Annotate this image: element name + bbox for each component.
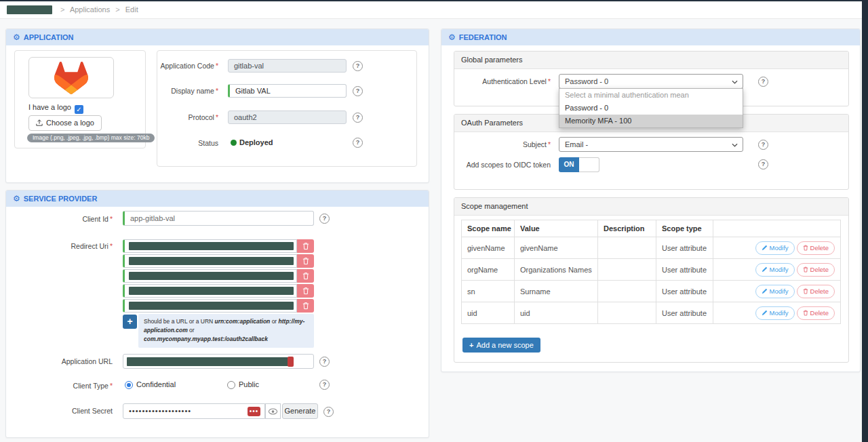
trash-icon	[803, 288, 808, 294]
redirect-uri-row	[123, 254, 319, 268]
client-secret-label: Client Secret	[20, 407, 113, 415]
choose-logo-label: Choose a logo	[46, 119, 94, 127]
help-icon[interactable]: ?	[319, 357, 330, 367]
help-icon[interactable]: ?	[353, 86, 363, 96]
help-icon[interactable]: ?	[353, 61, 363, 71]
dropdown-option-highlighted[interactable]: Memority MFA - 100	[559, 115, 743, 127]
table-header-row: Scope name Value Description Scope type	[462, 220, 841, 237]
delete-uri-button[interactable]	[297, 269, 314, 283]
client-id-label: Client Id*	[20, 215, 113, 223]
scope-management-title: Scope management	[454, 198, 848, 216]
modify-button[interactable]: Modify	[755, 263, 795, 277]
reveal-secret-button[interactable]	[265, 403, 281, 419]
add-redirect-uri-button[interactable]: +	[123, 315, 137, 329]
authentication-level-label: Authentication Level*	[461, 77, 551, 85]
generate-secret-button[interactable]: Generate	[282, 403, 318, 419]
gear-icon: ⚙	[448, 33, 456, 42]
gitlab-logo-icon	[47, 60, 96, 96]
modify-button[interactable]: Modify	[755, 306, 795, 320]
federation-panel: ⚙FEDERATION Global parameters Authentica…	[441, 28, 861, 372]
help-icon[interactable]: ?	[758, 77, 768, 87]
delete-button[interactable]: Delete	[797, 263, 835, 277]
table-row: orgName Organizations Names User attribu…	[462, 259, 841, 281]
authentication-level-select[interactable]: Password - 0	[559, 74, 743, 89]
help-icon[interactable]: ?	[758, 140, 768, 150]
scopes-table: Scope name Value Description Scope type …	[461, 220, 841, 324]
cell-description	[598, 281, 656, 302]
cell-actions: ModifyDelete	[713, 237, 841, 259]
choose-logo-button[interactable]: Choose a logo	[28, 115, 102, 131]
client-secret-input[interactable]: ••••••••••••••••••• •••	[123, 403, 265, 419]
have-logo-checkbox[interactable]: ✓	[75, 105, 83, 114]
help-icon[interactable]: ?	[319, 380, 330, 390]
modify-button[interactable]: Modify	[755, 285, 795, 298]
delete-uri-button[interactable]	[297, 299, 314, 313]
client-type-confidential-radio[interactable]	[125, 381, 133, 389]
scope-management-group: Scope management Scope name Value Descri…	[454, 197, 849, 363]
subject-label: Subject*	[461, 140, 551, 148]
gear-icon: ⚙	[13, 33, 20, 42]
help-icon[interactable]: ?	[353, 138, 363, 148]
global-parameters-title: Global parameters	[454, 52, 848, 69]
delete-uri-button[interactable]	[297, 254, 314, 268]
trash-icon	[302, 242, 309, 250]
add-scopes-toggle[interactable]: ON	[559, 157, 599, 172]
redirect-uri-input[interactable]	[123, 254, 297, 268]
client-type-confidential-label[interactable]: Confidential	[136, 380, 176, 388]
redirect-uri-label: Redirect Uri*	[20, 242, 113, 250]
delete-uri-button[interactable]	[297, 284, 314, 298]
help-icon[interactable]: ?	[758, 159, 768, 169]
status-value: Deployed	[239, 138, 273, 146]
col-actions	[713, 220, 841, 237]
redirect-uri-row	[123, 299, 319, 313]
redirect-uri-input[interactable]	[123, 299, 297, 313]
redirect-uri-row	[123, 239, 319, 253]
client-type-label: Client Type*	[20, 382, 113, 390]
breadcrumb-item-applications[interactable]: Applications	[70, 5, 110, 14]
cell-scope-name: orgName	[462, 259, 515, 281]
cell-actions: ModifyDelete	[713, 281, 841, 302]
application-panel-title: APPLICATION	[24, 33, 74, 41]
client-type-public-label[interactable]: Public	[239, 380, 259, 388]
delete-uri-button[interactable]	[297, 239, 314, 253]
dropdown-option[interactable]: Select a minimal authentication mean	[559, 89, 743, 102]
federation-panel-title: FEDERATION	[459, 33, 507, 41]
redacted-uri-value	[129, 272, 294, 280]
modify-button[interactable]: Modify	[755, 241, 795, 255]
redirect-uri-input[interactable]	[123, 239, 297, 253]
cell-value: Surname	[515, 281, 598, 302]
cell-description	[598, 302, 656, 324]
cell-actions: ModifyDelete	[713, 302, 841, 324]
help-icon[interactable]: ?	[319, 214, 330, 224]
add-scopes-label: Add scopes to OIDC token	[461, 161, 551, 169]
protocol-input[interactable]: oauth2	[228, 110, 347, 124]
redirect-uri-help-text: Should be a URL or a URN urn:com:applica…	[138, 314, 314, 348]
authentication-level-dropdown: Select a minimal authentication mean Pas…	[559, 88, 743, 128]
cell-scope-name: uid	[462, 302, 515, 324]
help-icon[interactable]: ?	[323, 407, 334, 417]
add-new-scope-button[interactable]: +Add a new scope	[462, 338, 540, 353]
delete-button[interactable]: Delete	[797, 241, 835, 255]
dropdown-option[interactable]: Password - 0	[559, 102, 743, 115]
redirect-uri-input[interactable]	[123, 284, 297, 298]
trash-icon	[803, 266, 808, 273]
client-type-public-radio[interactable]	[227, 381, 235, 389]
subject-select[interactable]: Email -	[559, 137, 743, 152]
application-url-input[interactable]	[123, 354, 314, 369]
delete-button[interactable]: Delete	[797, 306, 835, 320]
chevron-down-icon	[732, 80, 738, 84]
display-name-label: Display name*	[157, 87, 218, 95]
page-scrollbar[interactable]	[862, 0, 868, 442]
have-logo-label: I have a logo	[28, 103, 71, 111]
redirect-uri-input[interactable]	[123, 269, 297, 283]
application-code-label: Application Code*	[157, 62, 218, 70]
client-id-input[interactable]: app-gitlab-val	[123, 211, 314, 226]
brand-logo-redacted[interactable]	[7, 5, 52, 14]
display-name-input[interactable]: Gitlab VAL	[228, 84, 347, 98]
plus-icon: +	[469, 341, 473, 349]
password-manager-icon[interactable]: •••	[248, 407, 260, 416]
application-panel-header: ⚙APPLICATION	[6, 29, 429, 45]
help-icon[interactable]: ?	[353, 113, 363, 123]
application-code-input[interactable]: gitlab-val	[228, 59, 347, 73]
delete-button[interactable]: Delete	[797, 285, 835, 298]
